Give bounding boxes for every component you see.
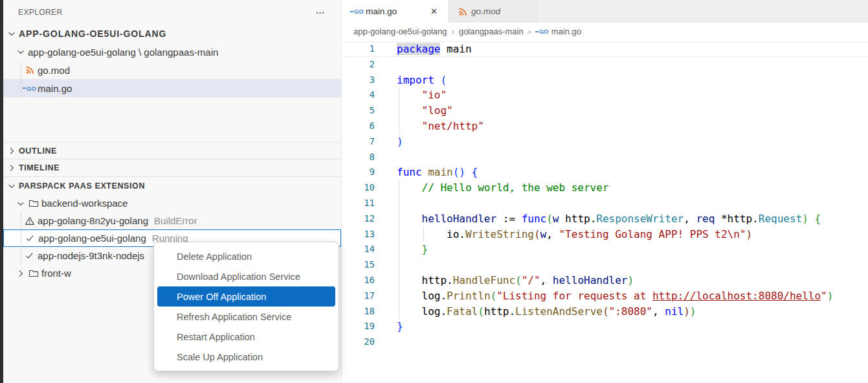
line-number: 16 xyxy=(342,273,375,288)
explorer-header: EXPLORER xyxy=(3,0,341,25)
code-editor[interactable]: 1package main23import (4 "io"5 "log"6 "n… xyxy=(342,0,868,383)
line-number: 11 xyxy=(342,196,375,211)
tree-item-backend-workspace[interactable]: backend-workspace xyxy=(3,194,341,212)
code-line-text: package main xyxy=(397,41,472,57)
folder-icon xyxy=(28,268,39,279)
code-line-7[interactable]: 7) xyxy=(342,134,868,150)
tree-item-label: app-golang-8n2yu-golang xyxy=(38,215,148,226)
menu-item-restart-application[interactable]: Restart Application xyxy=(157,327,335,347)
line-number: 8 xyxy=(342,150,375,165)
tree-item-label: app-golang-oe5ui-golang xyxy=(38,233,146,244)
line-number: 4 xyxy=(342,87,375,103)
code-line-text: log.Println("Listing for requests at htt… xyxy=(397,288,833,304)
check-icon xyxy=(25,233,36,243)
check-icon xyxy=(24,251,35,261)
code-line-12[interactable]: 12 helloHandler := func(w http.ResponseW… xyxy=(342,211,868,227)
code-line-20[interactable]: 20 xyxy=(342,334,868,350)
editor-group: GOmain.go✕go.mod app-golang-oe5ui-golang… xyxy=(342,0,868,383)
tree-item-label: APP-GOLANG-OE5UI-GOLANG xyxy=(19,29,166,39)
code-line-1[interactable]: 1package main xyxy=(342,41,868,57)
code-line-text: helloHandler := func(w http.ResponseWrit… xyxy=(397,211,821,227)
code-line-17[interactable]: 17 log.Println("Listing for requests at … xyxy=(342,288,868,304)
tree-item-app-golang-oe5ui-golang-golangpaas-main[interactable]: app-golang-oe5ui-golang \ golangpaas-mai… xyxy=(3,43,341,61)
warning-icon xyxy=(24,216,35,226)
section-timeline[interactable]: TIMELINE xyxy=(3,159,341,176)
line-number: 12 xyxy=(342,211,375,227)
section-label: PARSPACK PAAS EXTENSION xyxy=(19,181,145,191)
tree-item-label: app-nodejs-9t3nk-nodejs xyxy=(38,250,144,261)
line-number: 3 xyxy=(342,73,375,88)
section-outline[interactable]: OUTLINE xyxy=(3,142,341,159)
line-number: 18 xyxy=(342,304,375,319)
code-line-16[interactable]: 16 http.HandleFunc("/", helloHandler) xyxy=(342,273,868,288)
code-line-text: import ( xyxy=(397,73,447,88)
code-line-14[interactable]: 14 } xyxy=(342,242,868,257)
more-actions-icon[interactable] xyxy=(315,8,325,17)
tree-item-label: backend-workspace xyxy=(41,198,128,209)
code-line-2[interactable]: 2 xyxy=(342,57,868,73)
tree-item-main-go[interactable]: GOmain.go xyxy=(3,79,341,97)
section-label: TIMELINE xyxy=(19,163,60,172)
line-number: 9 xyxy=(342,165,375,180)
menu-item-download-application-service[interactable]: Download Application Service xyxy=(157,266,335,286)
menu-item-scale-up-application[interactable]: Scale Up Application xyxy=(157,347,335,367)
line-number: 19 xyxy=(342,319,375,334)
line-number: 20 xyxy=(342,334,375,350)
line-number: 10 xyxy=(342,180,375,196)
tree-item-go-mod[interactable]: go.mod xyxy=(3,61,341,79)
folder-icon xyxy=(28,198,39,209)
code-line-11[interactable]: 11 xyxy=(342,196,868,211)
code-line-19[interactable]: 19} xyxy=(342,319,868,334)
code-line-6[interactable]: 6 "net/http" xyxy=(342,119,868,134)
code-line-18[interactable]: 18 log.Fatal(http.ListenAndServe(":8080"… xyxy=(342,304,868,319)
menu-item-delete-application[interactable]: Delete Application xyxy=(157,246,335,266)
gomod-icon xyxy=(24,65,35,75)
go-icon: GO xyxy=(24,85,35,92)
code-line-3[interactable]: 3import ( xyxy=(342,73,868,88)
line-number: 7 xyxy=(342,134,375,150)
line-number: 15 xyxy=(342,257,375,273)
section-parspack-paas-extension[interactable]: PARSPACK PAAS EXTENSION xyxy=(3,176,341,194)
chevron-down-icon xyxy=(6,29,17,38)
code-line-text: io.WriteString(w, "Testing Golang APP! P… xyxy=(397,227,752,242)
tree-item-app-golang-8n2yu-golang[interactable]: app-golang-8n2yu-golangBuildError xyxy=(3,212,341,229)
code-line-text: log.Fatal(http.ListenAndServe(":8080", n… xyxy=(397,304,696,319)
line-number: 1 xyxy=(342,41,375,57)
code-line-8[interactable]: 8 xyxy=(342,150,868,165)
line-number: 14 xyxy=(342,242,375,257)
code-line-text: } xyxy=(397,242,428,257)
line-number: 6 xyxy=(342,119,375,134)
line-number: 5 xyxy=(342,103,375,119)
code-line-4[interactable]: 4 "io" xyxy=(342,87,868,103)
section-label: OUTLINE xyxy=(19,146,57,156)
tree-item-label: app-golang-oe5ui-golang \ golangpaas-mai… xyxy=(28,47,218,58)
code-line-text: "io" xyxy=(397,87,447,103)
menu-item-power-off-application[interactable]: Power Off Application xyxy=(157,286,335,307)
code-line-text: "net/http" xyxy=(397,119,484,134)
menu-item-refresh-application-service[interactable]: Refresh Application Service xyxy=(157,307,335,327)
explorer-title: EXPLORER xyxy=(18,8,315,17)
code-line-5[interactable]: 5 "log" xyxy=(342,103,868,119)
tree-item-label: main.go xyxy=(38,83,72,94)
chevron-right-icon xyxy=(16,269,26,278)
code-line-13[interactable]: 13 io.WriteString(w, "Testing Golang APP… xyxy=(342,227,868,242)
code-line-9[interactable]: 9func main() { xyxy=(342,165,868,180)
chevron-down-icon xyxy=(16,47,26,56)
explorer-tree: APP-GOLANG-OE5UI-GOLANGapp-golang-oe5ui-… xyxy=(3,25,341,97)
line-number: 2 xyxy=(342,57,375,73)
chevron-down-icon xyxy=(6,181,17,191)
code-line-15[interactable]: 15 xyxy=(342,257,868,273)
chevron-right-icon xyxy=(6,163,17,172)
code-line-text: } xyxy=(397,319,403,334)
chevron-right-icon xyxy=(6,146,17,156)
code-line-10[interactable]: 10 // Hello world, the web server xyxy=(342,180,868,196)
line-number: 17 xyxy=(342,288,375,304)
indent-guide xyxy=(21,62,21,97)
indent-guide xyxy=(21,212,21,264)
tree-item-app-golang-oe5ui-golang[interactable]: APP-GOLANG-OE5UI-GOLANG xyxy=(3,25,341,43)
context-menu: Delete ApplicationDownload Application S… xyxy=(153,242,339,371)
code-line-text: "log" xyxy=(397,103,453,119)
line-number: 13 xyxy=(342,227,375,242)
code-line-text: http.HandleFunc("/", helloHandler) xyxy=(397,273,634,288)
tree-item-label: front-w xyxy=(41,268,71,279)
